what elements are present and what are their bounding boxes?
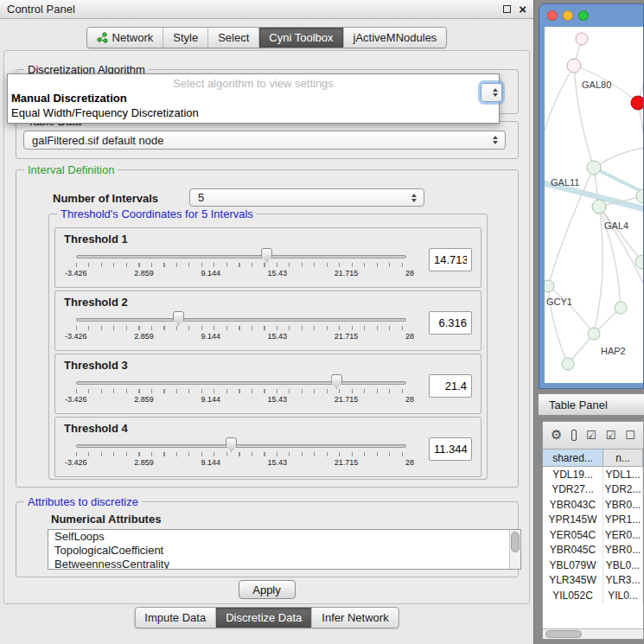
table-row[interactable]: YDL19...YDL1... — [543, 467, 643, 482]
tab-network[interactable]: Network — [87, 28, 163, 48]
numerical-attributes-label: Numerical Attributes — [51, 513, 161, 526]
tab-jactivemnodules[interactable]: jActiveMNodules — [343, 28, 447, 48]
algorithm-combo[interactable] — [481, 83, 502, 102]
network-edge[interactable] — [594, 207, 603, 334]
slider-thumb[interactable] — [261, 248, 272, 263]
network-node[interactable] — [615, 302, 627, 314]
threshold-value-field[interactable] — [429, 437, 472, 461]
threshold-slider[interactable]: -3.4262.8599.14415.4321.71528 — [76, 310, 406, 348]
cyni-toolbox-content: Discretization Algorithm Select algorith… — [3, 50, 530, 604]
threshold-slider[interactable]: -3.4262.8599.14415.4321.71528 — [76, 437, 406, 475]
minimize-light[interactable] — [563, 10, 573, 21]
table-cell: YDR2... — [603, 482, 643, 498]
tab-select[interactable]: Select — [207, 28, 258, 48]
tab-impute-data[interactable]: Impute Data — [135, 608, 215, 628]
slider-scale-labels: -3.4262.8599.14415.4321.71528 — [65, 269, 414, 277]
close-icon[interactable]: × — [519, 4, 526, 14]
tab-cyni-toolbox[interactable]: Cyni Toolbox — [258, 28, 342, 48]
network-edge[interactable] — [599, 207, 642, 262]
numerical-attribute-item[interactable]: BetweennessCentrality — [48, 558, 520, 570]
table-row[interactable]: YDR27...YDR2... — [543, 482, 643, 498]
network-thick-edge[interactable] — [594, 168, 643, 194]
unselect-check-icon[interactable]: ☐ — [625, 430, 635, 441]
tab-style[interactable]: Style — [163, 28, 207, 48]
table-row[interactable]: YBR043CYBR0... — [543, 497, 643, 513]
network-node[interactable] — [588, 328, 600, 340]
table-row[interactable]: YPR145WYPR1... — [543, 513, 643, 528]
float-window-icon[interactable] — [503, 5, 511, 13]
table-body: YDL19...YDL1...YDR27...YDR2...YBR043CYBR… — [543, 467, 643, 628]
table-data-combo[interactable]: galFiltered.sif default node — [23, 131, 506, 150]
numerical-attribute-item[interactable]: TopologicalCoefficient — [48, 544, 520, 558]
network-node[interactable] — [545, 280, 554, 292]
interval-definition-group: Interval Definition Number of Intervals … — [16, 169, 519, 488]
table-column-header[interactable]: shared... — [543, 450, 603, 466]
threshold-box: Threshold 3-3.4262.8599.14415.4321.71528 — [54, 354, 481, 414]
network-node[interactable] — [636, 189, 643, 203]
scrollbar-thumb[interactable] — [511, 532, 520, 552]
table-column-header[interactable]: n... — [603, 450, 643, 466]
scale-tick-label: 28 — [405, 458, 414, 467]
threshold-value-field[interactable] — [429, 311, 472, 335]
tab-label: jActiveMNodules — [354, 31, 437, 44]
attributes-to-discretize-group: Attributes to discretize Numerical Attri… — [16, 501, 519, 577]
select-all-check-icon[interactable]: ☑ — [586, 430, 596, 441]
network-node[interactable] — [631, 96, 643, 110]
network-edge[interactable] — [545, 66, 574, 131]
numerical-attributes-list[interactable]: SelfLoopsTopologicalCoefficientBetweenne… — [48, 529, 521, 570]
threshold-slider[interactable]: -3.4262.8599.14415.4321.71528 — [76, 247, 406, 285]
zoom-light[interactable] — [578, 10, 589, 21]
scrollbar-thumb[interactable] — [545, 630, 582, 638]
slider-thumb[interactable] — [331, 374, 342, 389]
threshold-value-field[interactable] — [429, 248, 472, 271]
tab-discretize-data[interactable]: Discretize Data — [215, 608, 311, 628]
dropdown-option-manual-discretization[interactable]: Manual Discretization — [8, 91, 499, 105]
table-horizontal-scrollbar[interactable] — [543, 628, 643, 639]
table-row[interactable]: YIL052CYIL0... — [543, 588, 643, 603]
apply-button[interactable]: Apply — [239, 580, 296, 599]
network-edge[interactable] — [594, 148, 643, 168]
dropdown-option-equal-width-frequency-discretization[interactable]: Equal Width/Frequency Discretization — [8, 105, 499, 120]
table-row[interactable]: YBL079WYBL0... — [543, 558, 643, 573]
network-node[interactable] — [587, 161, 601, 175]
table-row[interactable]: YBR045CYBR0... — [543, 543, 643, 558]
control-panel-window: Control Panel × NetworkStyleSelectCyni T… — [0, 0, 534, 644]
network-node-label: GAL80 — [582, 80, 611, 90]
scale-tick-label: -3.426 — [65, 332, 87, 341]
numerical-attribute-item[interactable]: SelfLoops — [48, 530, 520, 544]
table-row[interactable]: YLR345WYLR3... — [543, 573, 643, 589]
columns-icon[interactable] — [571, 430, 577, 441]
slider-ticks — [76, 389, 406, 393]
window-traffic-lights — [539, 4, 643, 21]
table-row[interactable]: YER054CYER0... — [543, 527, 643, 543]
network-node[interactable] — [576, 33, 588, 45]
table-cell: YBL079W — [543, 558, 603, 573]
table-header-row: shared...n... — [543, 450, 643, 467]
slider-thumb[interactable] — [173, 311, 184, 326]
threshold-slider[interactable]: -3.4262.8599.14415.4321.71528 — [76, 373, 406, 411]
slider-scale-labels: -3.4262.8599.14415.4321.71528 — [65, 458, 414, 467]
network-edge[interactable] — [638, 103, 643, 196]
network-node[interactable] — [567, 59, 581, 73]
network-node[interactable] — [592, 200, 606, 214]
close-light[interactable] — [547, 10, 558, 21]
combo-spinner-icon — [407, 194, 420, 202]
group-title-attributes: Attributes to discretize — [24, 495, 142, 508]
scale-tick-label: 21.715 — [335, 395, 359, 404]
window-controls: × — [503, 4, 526, 14]
tab-label: Cyni Toolbox — [269, 31, 333, 44]
network-node[interactable] — [635, 255, 643, 269]
num-intervals-combo[interactable]: 5 — [189, 188, 424, 207]
slider-thumb[interactable] — [226, 437, 237, 452]
settings-gear-icon[interactable]: ⚙ — [551, 429, 562, 442]
select-check-icon[interactable]: ☑ — [606, 430, 616, 441]
network-canvas[interactable]: GAL80GAL11GAL4GCY1HAP2 — [545, 27, 643, 383]
tab-infer-network[interactable]: Infer Network — [311, 608, 398, 628]
network-node[interactable] — [562, 358, 574, 370]
scale-tick-label: 21.715 — [335, 269, 359, 277]
threshold-value-field[interactable] — [429, 374, 472, 398]
network-edge[interactable] — [599, 207, 643, 286]
scale-tick-label: 15.43 — [268, 269, 288, 277]
scale-tick-label: 15.43 — [268, 332, 288, 341]
list-vertical-scrollbar[interactable] — [509, 530, 520, 569]
